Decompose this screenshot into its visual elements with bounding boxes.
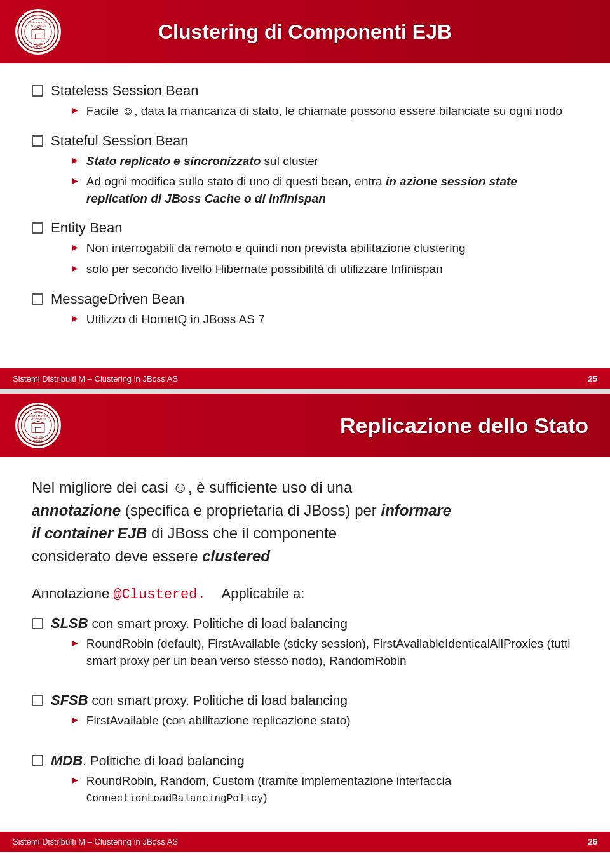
sub-item-text: solo per secondo livello Hibernate possi… [86,261,443,278]
list-item: Stateless Session Bean ► Facile ☺, data … [32,83,578,124]
list-item: SFSB con smart proxy. Politiche di load … [32,692,578,733]
informare-word: informare [381,502,452,519]
arrow-icon: ► [70,155,80,166]
logo-2: ALMA MATER STUDIORUM A.D. 1088 BONONIA [15,403,61,448]
item-label: MessageDriven Bean [51,291,184,307]
sfsb-rest: con smart proxy. Politiche di load balan… [88,693,348,707]
slide2-header: ALMA MATER STUDIORUM A.D. 1088 BONONIA R… [0,394,610,457]
mdb-rest: . Politiche di load balancing [83,753,245,768]
list-item: SLSB con smart proxy. Politiche di load … [32,615,578,673]
mdb-label: MDB. Politiche di load balancing [51,753,245,768]
checkbox-icon [32,293,43,305]
checkbox-icon [32,85,43,97]
list-item: ► Stato replicato e sincronizzato sul cl… [70,153,578,170]
svg-text:BONONIA: BONONIA [33,440,44,443]
list-item: ► RoundRobin, Random, Custom (tramite im… [70,773,578,806]
intro-line4: considerato deve essere [32,547,202,564]
code-span: ConnectionLoadBalancingPolicy [86,793,263,805]
list-item: ► FirstAvailable (con abilitazione repli… [70,712,351,730]
checkbox-icon [32,222,43,234]
sub-item-text: RoundRobin, Random, Custom (tramite impl… [86,773,578,806]
arrow-icon: ► [70,263,80,274]
arrow-icon: ► [70,775,80,786]
sfsb-bold: SFSB [51,692,88,708]
arrow-icon: ► [70,638,80,649]
sub-item-text: Utilizzo di HornetQ in JBoss AS 7 [86,311,265,328]
checkbox-icon [32,135,43,147]
sub-item-text: Ad ogni modifica sullo stato di uno di q… [86,173,578,207]
intro-line3: di JBoss che il componente [147,524,337,542]
logo-svg-1: ALMA MATER STUDIORUM A.D. 1088 BONONIA [17,11,59,53]
list-item: ► Facile ☺, data la mancanza di stato, l… [70,103,562,120]
page-number: 26 [588,837,597,846]
annotation-code: @Clustered. [113,587,205,603]
intro-line1: Nel migliore dei casi ☺, è sufficiente u… [32,479,352,496]
sub-list: ► Non interrogabili da remoto e quindi n… [70,240,466,277]
sub-item-text: Non interrogabili da remoto e quindi non… [86,240,466,257]
svg-text:ALMA MATER: ALMA MATER [29,415,48,418]
list-item: ► RoundRobin (default), FirstAvailable (… [70,636,578,669]
intro-mid: (specifica e proprietaria di JBoss) per [121,502,381,519]
logo-svg-2: ALMA MATER STUDIORUM A.D. 1088 BONONIA [17,404,59,446]
list-item: ► Ad ogni modifica sullo stato di uno di… [70,173,578,207]
container-ejb: il container EJB [32,524,147,542]
sub-list: ► Facile ☺, data la mancanza di stato, l… [70,103,562,120]
slide1-content: Stateless Session Bean ► Facile ☺, data … [0,63,610,368]
list-item: ► Utilizzo di HornetQ in JBoss AS 7 [70,311,265,328]
slide1-title: Clustering di Componenti EJB [61,20,595,44]
svg-text:STUDIORUM: STUDIORUM [30,24,46,27]
list-item: ► Non interrogabili da remoto e quindi n… [70,240,466,257]
annotation-line: Annotazione @Clustered. Applicabile a: [32,585,578,603]
checkbox-icon [32,618,43,629]
sub-list: ► Utilizzo di HornetQ in JBoss AS 7 [70,311,265,328]
in-azione: in azione session state replication di J… [86,175,517,205]
slide-divider [0,389,610,394]
annotation-prefix: Annotazione [32,585,113,601]
sub-item-text: RoundRobin (default), FirstAvailable (st… [86,636,578,669]
mdb-bold: MDB [51,752,83,768]
slsb-label: SLSB con smart proxy. Politiche di load … [51,616,348,631]
arrow-icon: ► [70,714,80,726]
annotazione-word: annotazione [32,502,121,519]
arrow-icon: ► [70,313,80,324]
sub-list: ► FirstAvailable (con abilitazione repli… [70,712,351,730]
slide-2: ALMA MATER STUDIORUM A.D. 1088 BONONIA R… [0,394,610,852]
svg-text:STUDIORUM: STUDIORUM [30,418,46,421]
slsb-bold: SLSB [51,615,88,631]
sub-item-text: FirstAvailable (con abilitazione replica… [86,712,351,730]
sub-item-text: Stato replicato e sincronizzato sul clus… [86,153,318,170]
svg-text:ALMA MATER: ALMA MATER [29,21,48,24]
arrow-icon: ► [70,105,80,116]
sub-list: ► RoundRobin, Random, Custom (tramite im… [70,773,578,806]
svg-text:BONONIA: BONONIA [33,46,44,49]
arrow-icon: ► [70,242,80,253]
item-label: Stateful Session Bean [51,133,188,149]
applicabile-text: Applicabile a: [219,585,305,601]
slide-1: ALMA MATER STUDIORUM A.D. 1088 BONONIA C… [0,0,610,389]
list-item: ► solo per secondo livello Hibernate pos… [70,261,466,278]
sub-item-text: Facile ☺, data la mancanza di stato, le … [86,103,562,120]
slsb-rest: con smart proxy. Politiche di load balan… [88,616,348,631]
slide2-footer: Sistemi Distribuiti M – Clustering in JB… [0,832,610,852]
footer-text: Sistemi Distribuiti M – Clustering in JB… [13,374,178,384]
sfsb-label: SFSB con smart proxy. Politiche di load … [51,693,348,707]
list-item: Stateful Session Bean ► Stato replicato … [32,133,578,211]
list-item: MessageDriven Bean ► Utilizzo di HornetQ… [32,291,578,332]
list-item: MDB. Politiche di load balancing ► Round… [32,752,578,810]
checkbox-icon [32,695,43,706]
sub-list: ► Stato replicato e sincronizzato sul cl… [70,153,578,208]
svg-text:A.D. 1088: A.D. 1088 [33,42,44,45]
clustered-word: clustered [202,547,270,564]
slide2-content: Nel migliore dei casi ☺, è sufficiente u… [0,457,610,832]
item-label: Stateless Session Bean [51,83,198,98]
slide1-footer: Sistemi Distribuiti M – Clustering in JB… [0,368,610,389]
logo-1: ALMA MATER STUDIORUM A.D. 1088 BONONIA [15,9,61,55]
slide1-header: ALMA MATER STUDIORUM A.D. 1088 BONONIA C… [0,0,610,63]
intro-paragraph: Nel migliore dei casi ☺, è sufficiente u… [32,476,578,568]
checkbox-icon [32,755,43,766]
sub-list: ► RoundRobin (default), FirstAvailable (… [70,636,578,669]
page-number: 25 [588,374,597,384]
svg-text:A.D. 1088: A.D. 1088 [33,436,44,439]
stato-replicato: Stato replicato e sincronizzato [86,154,261,168]
entity-bean-label: Entity Bean [51,220,123,236]
